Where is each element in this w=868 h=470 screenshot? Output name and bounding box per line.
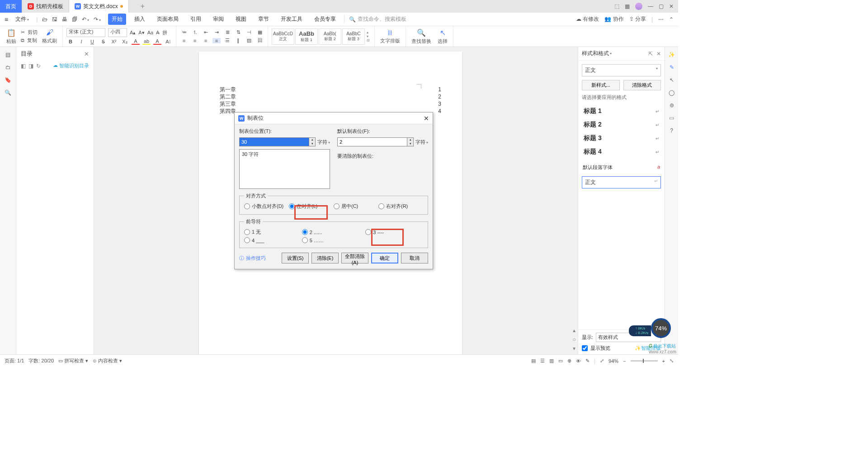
leader-2[interactable]: 2 ......	[302, 229, 366, 235]
maximize-icon[interactable]: ▢	[659, 3, 664, 9]
new-style-button[interactable]: 新样式...	[582, 80, 620, 90]
leader-5[interactable]: 5 ……	[302, 237, 366, 243]
style-up-icon[interactable]: ▴	[367, 30, 370, 34]
rail-folder-icon[interactable]: 🗀	[5, 64, 11, 70]
zoom-in-icon[interactable]: +	[662, 358, 665, 364]
view-page-icon[interactable]: ▤	[531, 358, 536, 364]
align-center[interactable]: 居中(C)	[334, 203, 378, 210]
select-button[interactable]: ↖选择	[436, 28, 449, 46]
more-icon[interactable]: ⋯	[658, 16, 664, 23]
change-case-icon[interactable]: Aa	[147, 30, 153, 35]
avatar-icon[interactable]	[635, 3, 642, 10]
set-button[interactable]: 设置(S)	[282, 253, 309, 263]
tab-review[interactable]: 审阅	[209, 14, 227, 25]
style-item[interactable]: 标题 4↵	[582, 145, 661, 159]
strike-icon[interactable]: S̶	[99, 39, 107, 45]
tab-reference[interactable]: 引用	[187, 14, 205, 25]
shading-icon[interactable]: ▨	[245, 38, 253, 43]
fullscreen-icon[interactable]: ⤡	[670, 358, 674, 364]
align-justify-icon[interactable]: ≡	[212, 38, 221, 43]
redo-icon[interactable]: ↷▾	[94, 16, 101, 23]
linespace-icon[interactable]: ≣	[223, 29, 231, 35]
numbering-icon[interactable]: ⒈	[191, 29, 199, 36]
pin-icon[interactable]: ⇱	[648, 51, 653, 57]
grow-font-icon[interactable]: A▴	[130, 30, 136, 36]
unit-label[interactable]: 字符▾	[317, 139, 330, 146]
subscript-icon[interactable]: X₂	[121, 39, 129, 45]
toc-expand-icon[interactable]: ◧	[21, 63, 26, 69]
outdent-icon[interactable]: ⇤	[202, 29, 210, 35]
rail-select-icon[interactable]: ↖	[670, 77, 674, 83]
style-item-h3[interactable]: AaBbC标题 3	[342, 28, 365, 45]
borders-icon[interactable]: 田	[256, 37, 264, 44]
scroll-down-icon[interactable]: ▾	[573, 345, 576, 352]
style-item-normal[interactable]: AaBbCcD正文	[272, 28, 294, 45]
align-right-icon[interactable]: ≡	[202, 38, 210, 43]
hamburger-icon[interactable]: ≡	[5, 16, 8, 23]
tab-insert[interactable]: 插入	[131, 14, 149, 25]
font-color2-icon[interactable]: A	[153, 38, 161, 45]
paste-button[interactable]: 📋粘贴	[5, 28, 18, 46]
style-gallery[interactable]: AaBbCcD正文 AaBb标题 1 AaBb(标题 2 AaBbC标题 3 ▴…	[272, 28, 371, 45]
collapse-icon[interactable]: ⌃	[669, 16, 674, 23]
cancel-button[interactable]: 取消	[401, 253, 428, 263]
dialog-close-icon[interactable]: ✕	[424, 115, 429, 122]
align-left-icon[interactable]: ≡	[180, 38, 188, 43]
fit-icon[interactable]: ⤢	[600, 358, 604, 364]
save-icon[interactable]: 🖫	[52, 16, 57, 23]
unit-label2[interactable]: 字符▾	[415, 139, 428, 146]
underline-icon[interactable]: U	[88, 39, 96, 44]
view-web-icon[interactable]: ☰	[540, 358, 545, 364]
tile-icon[interactable]: ⬚	[614, 3, 619, 9]
style-item[interactable]: 标题 1↵	[582, 104, 661, 118]
spinner[interactable]: ▴▾	[407, 137, 414, 146]
highlight-icon[interactable]: ab	[142, 38, 151, 45]
clear-button[interactable]: 清除(E)	[311, 253, 339, 263]
spinner[interactable]: ▴▾	[309, 137, 316, 146]
tab-document[interactable]: W 英文文档.docx	[69, 0, 129, 13]
undo-icon[interactable]: ↶▾	[82, 16, 89, 23]
ok-button[interactable]: 确定	[371, 253, 398, 263]
tab-add[interactable]: +	[129, 0, 156, 13]
cut-button[interactable]: ✂剪切	[21, 29, 38, 36]
spellcheck-menu[interactable]: ▭ 拼写检查 ▾	[58, 357, 88, 364]
italic-icon[interactable]: I	[77, 39, 85, 44]
close-icon[interactable]: ✕	[669, 3, 674, 9]
pen-icon[interactable]: ✎	[585, 358, 590, 364]
rail-goto-icon[interactable]: ⊚	[670, 102, 674, 108]
bullets-icon[interactable]: ≔	[180, 29, 188, 35]
file-menu[interactable]: 文件▾	[13, 14, 32, 24]
rail-bookmark-icon[interactable]: 🔖	[5, 77, 11, 83]
tab-pagelayout[interactable]: 页面布局	[153, 14, 182, 25]
tabstop-icon[interactable]: ⊣	[245, 29, 253, 35]
progress-badge[interactable]: 74%	[651, 318, 671, 338]
coop-button[interactable]: 👥 协作	[604, 15, 623, 23]
leader-1[interactable]: 1 无	[244, 229, 302, 235]
print-icon[interactable]: 🖶	[62, 16, 67, 23]
border-icon[interactable]: ▦	[256, 29, 264, 35]
has-changes[interactable]: ☁ 有修改	[576, 15, 599, 23]
toc-ai-button[interactable]: ☁智能识别目录	[53, 62, 89, 69]
minimize-icon[interactable]: —	[648, 3, 653, 9]
dialog-titlebar[interactable]: W 制表位 ✕	[235, 113, 433, 124]
font-select[interactable]: 宋体 (正文)	[66, 28, 105, 37]
rail-search-icon[interactable]: 🔍	[5, 89, 11, 96]
operation-tip[interactable]: ⓘ操作技巧	[239, 255, 266, 262]
tab-pos-input[interactable]	[239, 137, 309, 146]
default-tab-input[interactable]	[337, 137, 407, 146]
current-style-select[interactable]: 正文▾	[582, 64, 661, 76]
char-border-icon[interactable]: A⃞	[164, 39, 172, 44]
style-item[interactable]: 标题 3↵	[582, 132, 661, 145]
rail-book-icon[interactable]: ▭	[669, 115, 674, 121]
tab-view[interactable]: 视图	[232, 14, 250, 25]
panel-close-icon[interactable]: ✕	[656, 51, 661, 57]
view-read-icon[interactable]: ▭	[558, 358, 563, 364]
find-replace[interactable]: 🔍查找替换	[410, 28, 433, 46]
clearall-button[interactable]: 全部清除(A)	[341, 253, 368, 263]
rail-ai-icon[interactable]: ✨	[668, 52, 675, 58]
line-height-icon[interactable]: ‖	[234, 38, 242, 43]
word-count[interactable]: 字数: 20/20	[28, 357, 54, 364]
text-layout[interactable]: ⫼文字排版	[378, 28, 402, 45]
scroll-up-icon[interactable]: ▴	[573, 327, 576, 334]
zoom-value[interactable]: 94%	[609, 358, 618, 364]
